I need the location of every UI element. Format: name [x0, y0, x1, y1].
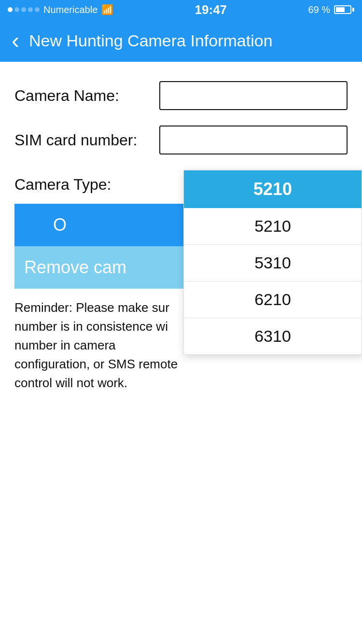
wifi-icon: 📶 [101, 4, 113, 15]
dropdown-option-5310[interactable]: 5310 [184, 245, 362, 281]
camera-name-input[interactable] [159, 81, 348, 110]
dot-2 [14, 7, 19, 12]
main-content: Camera Name: SIM card number: Camera Typ… [0, 62, 362, 402]
dropdown-selected-option[interactable]: 5210 [184, 170, 362, 208]
signal-dots [8, 7, 40, 12]
nav-bar: ‹ New Hunting Camera Information [0, 19, 362, 62]
page-title: New Hunting Camera Information [29, 31, 273, 50]
battery-percent: 69 % [308, 4, 330, 15]
dot-5 [35, 7, 40, 12]
ok-button-label: O [14, 215, 67, 235]
dropdown-option-5210[interactable]: 5210 [184, 208, 362, 245]
camera-name-row: Camera Name: [14, 81, 348, 110]
status-bar: Numericable 📶 19:47 69 % [0, 0, 362, 19]
battery-fill [336, 7, 345, 12]
camera-type-dropdown[interactable]: 5210 5210 5310 6210 6310 [183, 170, 362, 355]
sim-card-label: SIM card number: [14, 131, 159, 149]
battery-body [334, 5, 351, 14]
dot-3 [21, 7, 26, 12]
dropdown-option-6310[interactable]: 6310 [184, 318, 362, 354]
battery-tip [352, 8, 354, 12]
reminder-text: Reminder: Please make sur number is in c… [14, 289, 188, 402]
camera-name-label: Camera Name: [14, 87, 159, 105]
dropdown-option-6210[interactable]: 6210 [184, 281, 362, 318]
status-time: 19:47 [195, 2, 227, 17]
status-right: 69 % [308, 4, 354, 15]
sim-card-input[interactable] [159, 126, 348, 154]
battery-icon [334, 5, 354, 14]
status-left: Numericable 📶 [8, 4, 113, 15]
dot-4 [28, 7, 33, 12]
carrier-name: Numericable [43, 4, 97, 15]
back-button[interactable]: ‹ [12, 29, 19, 52]
camera-type-label: Camera Type: [14, 176, 159, 194]
remove-camera-label: Remove cam [24, 257, 126, 278]
sim-card-row: SIM card number: [14, 126, 348, 154]
dot-1 [8, 7, 13, 12]
